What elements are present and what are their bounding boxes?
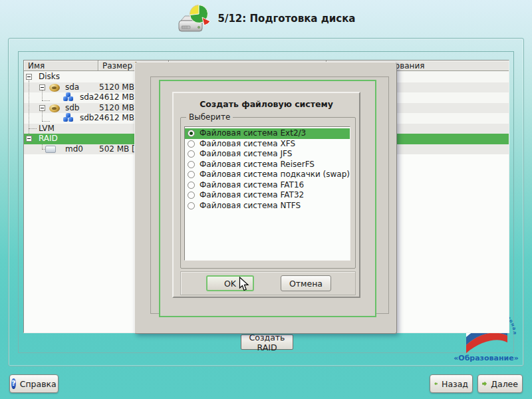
- back-button[interactable]: Назад: [430, 374, 473, 393]
- disk-icon: [49, 104, 60, 112]
- disk-icon: [49, 84, 60, 92]
- row-name-label: LVM: [39, 124, 55, 134]
- filesystem-option[interactable]: Файловая система XFS: [185, 139, 350, 150]
- help-button-label: Справка: [20, 379, 57, 389]
- filesystem-option-label: Файловая система JFS: [200, 149, 292, 160]
- help-question-icon: ?: [11, 378, 15, 389]
- radio-icon: [188, 161, 195, 168]
- row-name-label: sda: [65, 82, 79, 93]
- tree-connector: [29, 128, 37, 129]
- filesystem-options-list: Файловая система Ext2/3Файловая система …: [184, 126, 350, 261]
- filesystem-option[interactable]: Файловая система FAT16: [185, 180, 350, 191]
- tree-connector: [42, 100, 50, 101]
- radio-icon: [188, 140, 195, 148]
- tree-connector: [42, 121, 50, 122]
- row-name-label: md0: [65, 144, 83, 155]
- partition-icon: [63, 114, 74, 122]
- row-name-label: Disks: [39, 72, 60, 82]
- filesystem-option[interactable]: Файловая система FAT32: [185, 190, 350, 201]
- arrow-left-icon: [434, 379, 438, 388]
- tree-connector: [42, 90, 43, 100]
- step-header: 5/12: Подготовка диска: [0, 0, 532, 37]
- tree-connector: [42, 149, 46, 150]
- radio-icon: [188, 171, 195, 178]
- tree-connector: [42, 144, 43, 149]
- expander-minus-icon[interactable]: [26, 136, 32, 142]
- row-name-label: sdb2: [80, 113, 99, 124]
- create-raid-button[interactable]: Создать RAID: [241, 334, 293, 350]
- dialog-green-frame: Создать файловую систему Выберите Файлов…: [159, 80, 376, 317]
- row-name-label: sda2: [80, 92, 99, 103]
- step-title: 5/12: Подготовка диска: [218, 13, 356, 25]
- mouse-cursor-icon: [239, 277, 249, 293]
- row-size-value: 4612 MB: [99, 92, 134, 103]
- next-button[interactable]: Далее: [477, 374, 523, 393]
- filesystem-option-label: Файловая система Ext2/3: [200, 128, 306, 139]
- filesystem-option-label: Файловая система подкачки (swap): [200, 170, 350, 180]
- filesystem-option-label: Файловая система XFS: [200, 139, 295, 150]
- expander-minus-icon[interactable]: [39, 105, 45, 111]
- row-name-label: RAID: [39, 134, 58, 144]
- filesystem-option[interactable]: Файловая система ReiserFS: [185, 160, 350, 170]
- arrow-right-icon: [482, 379, 487, 388]
- dialog-content-panel: Создать файловую систему Выберите Файлов…: [172, 92, 360, 298]
- filesystem-option-label: Файловая система ReiserFS: [200, 160, 315, 170]
- radio-icon: [188, 202, 195, 209]
- filesystem-option-label: Файловая система FAT32: [200, 190, 304, 201]
- help-button[interactable]: ? Справка: [9, 374, 59, 393]
- disk-pie-icon: [177, 4, 211, 33]
- expander-minus-icon[interactable]: [26, 74, 32, 80]
- row-size-value: 5120 MB: [99, 82, 134, 93]
- filesystem-option[interactable]: Файловая система Ext2/3: [185, 128, 350, 139]
- filesystem-option-label: Файловая система FAT16: [200, 180, 304, 191]
- create-filesystem-dialog: Создать файловую систему Выберите Файлов…: [134, 62, 397, 334]
- column-header[interactable]: Имя: [24, 61, 98, 71]
- back-button-label: Назад: [442, 379, 468, 389]
- filesystem-option[interactable]: Файловая система подкачки (swap): [185, 170, 350, 180]
- dialog-title: Создать файловую систему: [174, 99, 359, 109]
- radio-icon: [188, 182, 195, 189]
- expander-minus-icon[interactable]: [39, 84, 45, 90]
- row-size-value: 4612 MB: [99, 113, 134, 124]
- dialog-button-row: OK Отмена: [180, 271, 356, 295]
- choose-groupbox: Выберите Файловая система Ext2/3Файловая…: [180, 117, 356, 269]
- tree-connector: [42, 111, 43, 121]
- raid-disk-icon: [45, 146, 56, 153]
- groupbox-label: Выберите: [186, 112, 233, 122]
- filesystem-option[interactable]: Файловая система JFS: [185, 149, 350, 160]
- cancel-button[interactable]: Отмена: [281, 275, 331, 291]
- radio-icon: [188, 130, 195, 137]
- row-name-label: sdb: [65, 103, 80, 114]
- radio-icon: [188, 150, 195, 158]
- filesystem-option[interactable]: Файловая система NTFS: [185, 201, 350, 211]
- row-size-value: 5120 MB: [99, 103, 134, 114]
- filesystem-option-label: Файловая система NTFS: [200, 201, 301, 211]
- partition-icon: [63, 93, 74, 102]
- radio-icon: [188, 192, 195, 199]
- logo-caption: «Образование»: [454, 354, 519, 362]
- next-button-label: Далее: [491, 379, 518, 389]
